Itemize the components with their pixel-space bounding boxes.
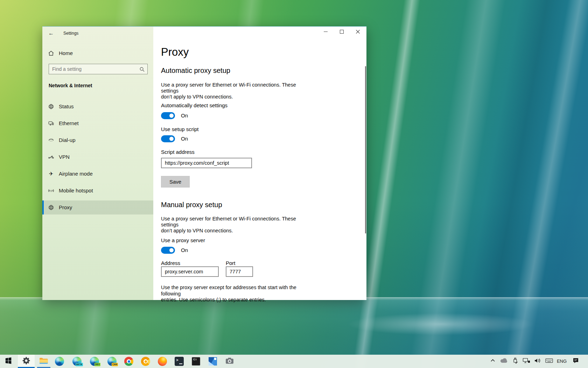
ethernet-icon [48, 120, 54, 127]
globe-icon [48, 103, 54, 110]
taskbar-file-explorer-button[interactable] [35, 355, 52, 368]
proxy-address-input[interactable] [161, 266, 219, 277]
tray-onedrive-button[interactable] [499, 355, 509, 368]
taskbar: BETA DEV CAN [0, 355, 588, 368]
close-button[interactable] [350, 27, 366, 37]
taskbar-camera-button[interactable] [221, 355, 238, 368]
port-label: Port [226, 260, 236, 266]
selected-accent-bar [42, 200, 44, 214]
powershell-icon: > [175, 357, 184, 366]
use-setup-script-state: On [181, 135, 188, 142]
keyboard-icon [545, 358, 553, 365]
use-setup-script-toggle[interactable] [161, 135, 175, 142]
sidebar-item-status[interactable]: Status [42, 100, 153, 114]
tray-volume-button[interactable] [532, 355, 543, 368]
search-input[interactable] [52, 64, 136, 74]
wallpaper-glow [308, 308, 574, 340]
home-icon [48, 50, 54, 56]
use-proxy-server-toggle[interactable] [161, 247, 175, 254]
desktop: ← Settings Home [0, 0, 588, 368]
automatic-proxy-heading: Automatic proxy setup [161, 66, 230, 75]
toggle-knob [169, 114, 174, 118]
tray-chevron-button[interactable] [488, 355, 498, 368]
settings-window: ← Settings Home [42, 26, 366, 300]
canary-center-dot [145, 360, 147, 363]
detect-settings-state: On [181, 112, 188, 119]
maximize-icon [340, 30, 344, 34]
sidebar-item-mobile-hotspot[interactable]: Mobile hotspot [42, 184, 153, 198]
window-title: Settings [63, 31, 78, 36]
use-proxy-server-state: On [181, 247, 188, 254]
sidebar-item-label: Mobile hotspot [59, 188, 93, 194]
taskbar-edge-button[interactable] [51, 355, 68, 368]
taskbar-powershell-button[interactable]: > [171, 355, 188, 368]
speaker-icon [534, 358, 541, 365]
start-button[interactable] [0, 355, 17, 368]
edge-beta-icon: BETA [72, 357, 82, 366]
toggle-knob [169, 137, 174, 141]
sidebar-item-vpn[interactable]: VPN [42, 150, 153, 164]
firefox-icon [158, 357, 167, 366]
cmd-glyph: C:\ [193, 358, 196, 361]
sidebar-item-airplane-mode[interactable]: ✈ Airplane mode [42, 167, 153, 181]
vpn-icon [48, 154, 54, 160]
tray-network-button[interactable] [521, 355, 532, 368]
chrome-icon [124, 357, 133, 366]
sidebar-item-label: Status [59, 103, 74, 110]
tray-usb-button[interactable] [510, 355, 520, 368]
settings-sidebar: ← Settings Home [42, 27, 153, 300]
manual-proxy-description: Use a proxy server for Ethernet or Wi-Fi… [161, 216, 308, 234]
sidebar-item-proxy[interactable]: Proxy [42, 200, 153, 214]
sidebar-item-home[interactable]: Home [42, 47, 153, 60]
sidebar-section-heading: Network & Internet [49, 83, 92, 88]
tray-action-center-button[interactable] [570, 355, 581, 368]
windows-logo-icon [5, 357, 12, 366]
maximize-button[interactable] [334, 27, 350, 37]
sidebar-item-label: Dial-up [59, 137, 76, 143]
sidebar-item-dialup[interactable]: Dial-up [42, 133, 153, 147]
page-title: Proxy [161, 45, 189, 59]
globe-icon [48, 204, 54, 211]
signal-waves-icon [48, 188, 54, 194]
photos-mountain [209, 361, 214, 366]
sidebar-item-label: VPN [59, 154, 70, 160]
tray-language-button[interactable]: ENG [554, 355, 569, 368]
taskbar-edge-dev-button[interactable]: DEV [86, 355, 103, 368]
edge-canary-icon: CAN [107, 357, 117, 366]
search-icon[interactable] [139, 67, 145, 72]
minimize-button[interactable] [318, 27, 334, 37]
sidebar-item-label: Ethernet [59, 120, 79, 127]
dev-badge: DEV [94, 363, 100, 366]
taskbar-chrome-button[interactable] [120, 355, 137, 368]
sidebar-item-label: Proxy [59, 204, 72, 211]
settings-search [49, 64, 148, 74]
sidebar-item-label: Home [59, 50, 73, 56]
taskbar-cmd-button[interactable]: C:\ [188, 355, 204, 368]
canary-badge: CAN [112, 363, 118, 366]
close-icon [356, 30, 360, 34]
taskbar-edge-canary-button[interactable]: CAN [104, 355, 120, 368]
taskbar-firefox-button[interactable] [154, 355, 171, 368]
tray-keyboard-button[interactable] [544, 355, 554, 368]
back-button[interactable]: ← [47, 29, 56, 38]
save-button[interactable]: Save [161, 176, 190, 188]
taskbar-photos-button[interactable] [204, 355, 221, 368]
sidebar-item-ethernet[interactable]: Ethernet [42, 116, 153, 130]
phone-handset-icon [48, 137, 54, 143]
chrome-canary-icon [141, 357, 150, 366]
proxy-port-input[interactable] [226, 266, 253, 277]
taskbar-edge-beta-button[interactable]: BETA [69, 355, 85, 368]
script-address-input[interactable] [161, 158, 252, 168]
detect-settings-label: Automatically detect settings [161, 102, 227, 109]
taskbar-chrome-canary-button[interactable] [137, 355, 154, 368]
edge-dev-icon: DEV [90, 357, 99, 366]
taskbar-settings-button[interactable] [18, 355, 35, 368]
scrollbar-thumb[interactable] [365, 66, 366, 233]
minimize-icon [324, 30, 328, 34]
powershell-glyph: > [176, 358, 178, 362]
sidebar-item-label: Airplane mode [59, 171, 93, 177]
chrome-center-dot [128, 360, 130, 363]
detect-settings-toggle[interactable] [161, 112, 175, 119]
folder-icon [39, 357, 48, 366]
command-prompt-icon: C:\ [192, 357, 200, 366]
